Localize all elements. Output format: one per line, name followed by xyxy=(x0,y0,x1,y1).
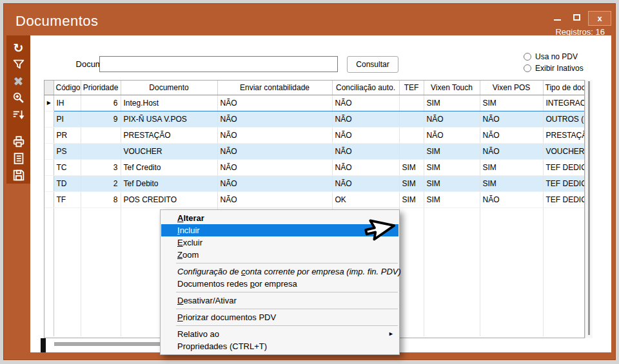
column-header-codigo[interactable]: Código xyxy=(54,81,81,95)
cell-vixen-touch[interactable]: SIM xyxy=(424,175,480,191)
cell-conciliacao-auto[interactable]: NÃO xyxy=(332,95,399,111)
column-header-vixen-touch[interactable]: Vixen Touch xyxy=(424,81,480,95)
menu-alterar[interactable]: Alterar xyxy=(161,212,399,224)
menu-propriedades[interactable]: Propriedades (CTRL+T) xyxy=(161,340,399,352)
cell-tef[interactable] xyxy=(399,111,424,127)
cell-documento[interactable]: Integ.Host xyxy=(121,95,217,111)
cell-documento[interactable]: POS CREDITO xyxy=(121,191,217,207)
cell-enviar-contabilidade[interactable]: NÃO xyxy=(217,191,332,207)
column-header-tef[interactable]: TEF xyxy=(399,81,424,95)
table-row-IH[interactable]: ▶IH6Integ.HostNÃONÃOSIMSIMINTEGRACAO xyxy=(44,95,584,111)
table-row-PI[interactable]: PI9PIX-Ñ USA V.POSNÃONÃONÃONÃOOUTROS (SE… xyxy=(44,111,584,127)
cell-prioridade[interactable]: 9 xyxy=(81,111,121,127)
cell-vixen-touch[interactable]: SIM xyxy=(424,143,480,159)
cell-conciliacao-auto[interactable]: OK xyxy=(332,191,399,207)
cell-vixen-pos[interactable]: SIM xyxy=(480,159,543,175)
cell-tef[interactable]: SIM xyxy=(399,175,424,191)
cell-conciliacao-auto[interactable]: NÃO xyxy=(332,143,399,159)
column-header-conciliacao-auto[interactable]: Conciliação auto. xyxy=(332,81,399,95)
column-header-enviar-contabilidade[interactable]: Enviar contabilidade xyxy=(217,81,332,95)
cell-documento[interactable]: PRESTAÇÃO xyxy=(121,127,217,143)
cell-codigo[interactable]: IH xyxy=(54,95,81,111)
cell-enviar-contabilidade[interactable]: NÃO xyxy=(217,143,332,159)
cell-documento[interactable]: VOUCHER xyxy=(121,143,217,159)
cell-codigo[interactable]: TF xyxy=(54,191,81,207)
table-row-PS[interactable]: PSVOUCHERNÃONÃOSIMNÃOVOUCHER xyxy=(44,143,584,159)
vertical-scrollbar[interactable] xyxy=(585,80,593,338)
cell-enviar-contabilidade[interactable]: NÃO xyxy=(217,159,332,175)
cell-enviar-contabilidade[interactable]: NÃO xyxy=(217,175,332,191)
column-header-tipo-documento[interactable]: Tipo de documento xyxy=(543,81,584,95)
zoom-icon[interactable] xyxy=(10,90,27,106)
cell-vixen-pos[interactable]: NÃO xyxy=(480,111,543,127)
table-row-TC[interactable]: TC3Tef CreditoNÃONÃOSIMSIMSIMTEF DEDICAD… xyxy=(44,159,584,175)
cell-tef[interactable]: SIM xyxy=(399,159,424,175)
cell-tef[interactable] xyxy=(399,143,424,159)
radio-usa-no-pdv[interactable]: Usa no PDV xyxy=(524,52,578,61)
cell-tipo-documento[interactable]: VOUCHER xyxy=(543,143,584,159)
refresh-icon[interactable]: ↻ xyxy=(10,40,27,56)
menu-desativar-ativar[interactable]: Desativar/Ativar xyxy=(161,294,399,307)
cell-tef[interactable]: SIM xyxy=(399,191,424,207)
cell-vixen-pos[interactable]: SIM xyxy=(480,175,543,191)
cell-codigo[interactable]: TC xyxy=(54,159,81,175)
cell-vixen-touch[interactable]: NÃO xyxy=(424,111,480,127)
radio-exibir-inativos[interactable]: Exibir Inativos xyxy=(524,64,584,73)
cell-documento[interactable]: Tef Debito xyxy=(121,175,217,191)
cell-tipo-documento[interactable]: TEF DEDICADO xyxy=(543,191,584,207)
column-header-vixen-pos[interactable]: Vixen POS xyxy=(480,81,543,95)
cell-vixen-touch[interactable]: NÃO xyxy=(424,127,480,143)
cell-vixen-pos[interactable]: SIM xyxy=(480,95,543,111)
menu-relativo-ao[interactable]: Relativo ao► xyxy=(161,328,399,340)
cell-vixen-touch[interactable]: SIM xyxy=(424,191,480,207)
maximize-button[interactable] xyxy=(569,11,585,26)
cell-vixen-touch[interactable]: SIM xyxy=(424,95,480,111)
cell-vixen-pos[interactable]: NÃO xyxy=(480,127,543,143)
table-row-TD[interactable]: TD2Tef DebitoNÃONÃOSIMSIMSIMTEF DEDICADO xyxy=(44,175,584,191)
sort-icon[interactable] xyxy=(10,107,27,123)
cell-prioridade[interactable]: 2 xyxy=(81,175,121,191)
cell-prioridade[interactable]: 6 xyxy=(81,95,121,111)
cell-prioridade[interactable]: 3 xyxy=(81,159,121,175)
report-icon[interactable] xyxy=(10,150,27,166)
cell-documento[interactable]: Tef Credito xyxy=(121,159,217,175)
cell-conciliacao-auto[interactable]: NÃO xyxy=(332,159,399,175)
print-icon[interactable] xyxy=(10,133,27,149)
cell-codigo[interactable]: PS xyxy=(54,143,81,159)
table-row-PR[interactable]: PRPRESTAÇÃONÃONÃONÃONÃOPRESTAÇÃO xyxy=(44,127,584,143)
cell-vixen-pos[interactable]: NÃO xyxy=(480,191,543,207)
column-header-prioridade[interactable]: Prioridade xyxy=(81,81,121,95)
cell-codigo[interactable]: PI xyxy=(54,111,81,127)
cell-prioridade[interactable] xyxy=(81,127,121,143)
consultar-button[interactable]: Consultar xyxy=(347,56,398,73)
close-button[interactable]: x xyxy=(588,11,611,26)
clear-icon[interactable]: ✖ xyxy=(10,73,27,90)
cell-tipo-documento[interactable]: INTEGRACAO xyxy=(543,95,584,111)
menu-documentos-redes[interactable]: Documentos redes por empresa xyxy=(161,278,399,290)
cell-enviar-contabilidade[interactable]: NÃO xyxy=(217,95,332,111)
cell-prioridade[interactable]: 8 xyxy=(81,191,121,207)
cell-vixen-touch[interactable]: SIM xyxy=(424,159,480,175)
cell-conciliacao-auto[interactable]: NÃO xyxy=(332,175,399,191)
cell-conciliacao-auto[interactable]: NÃO xyxy=(332,127,399,143)
cell-documento[interactable]: PIX-Ñ USA V.POS xyxy=(121,111,217,127)
filter-icon[interactable] xyxy=(10,57,27,73)
cell-codigo[interactable]: PR xyxy=(54,127,81,143)
cell-prioridade[interactable] xyxy=(81,143,121,159)
save-icon[interactable] xyxy=(10,167,27,183)
cell-enviar-contabilidade[interactable]: NÃO xyxy=(217,127,332,143)
minimize-button[interactable] xyxy=(549,11,566,26)
column-header-documento[interactable]: Documento xyxy=(121,81,217,95)
grid-splitter-handle[interactable] xyxy=(41,338,46,352)
document-search-input[interactable] xyxy=(99,56,338,72)
cell-enviar-contabilidade[interactable]: NÃO xyxy=(217,111,332,127)
cell-tef[interactable] xyxy=(399,95,424,111)
cell-vixen-pos[interactable]: NÃO xyxy=(480,143,543,159)
cell-tef[interactable] xyxy=(399,127,424,143)
table-row-TF[interactable]: TF8POS CREDITONÃOOKSIMSIMNÃOTEF DEDICADO xyxy=(44,191,584,207)
menu-configuracao-conta-corrente[interactable]: Configuração de conta corrente por empre… xyxy=(161,265,399,278)
menu-zoom[interactable]: Zoom xyxy=(161,249,399,261)
cell-tipo-documento[interactable]: PRESTAÇÃO xyxy=(543,127,584,143)
vertical-scrollbar-thumb[interactable] xyxy=(588,81,590,335)
cell-tipo-documento[interactable]: TEF DEDICADO xyxy=(543,175,584,191)
